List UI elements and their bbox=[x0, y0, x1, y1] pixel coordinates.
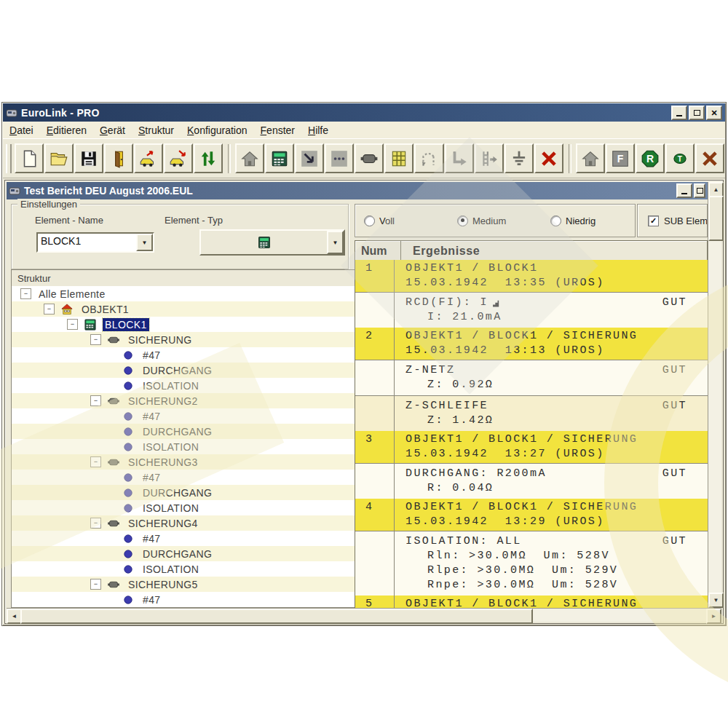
dots-icon bbox=[330, 149, 349, 168]
document-titlebar[interactable]: Test Bericht DEU August 2006.EUL bbox=[7, 182, 708, 199]
home2-button[interactable] bbox=[576, 143, 605, 173]
element-typ-combobox[interactable]: ▼ bbox=[199, 229, 345, 256]
tree-item-label[interactable]: #47 bbox=[141, 471, 163, 484]
menu-item-konfiguration[interactable]: Konfiguration bbox=[181, 123, 254, 138]
r-badge-button[interactable]: R bbox=[636, 143, 665, 173]
tree-item-label[interactable]: #47 bbox=[141, 532, 163, 545]
menu-item-hilfe[interactable]: Hilfe bbox=[301, 123, 335, 138]
menu-item-struktur[interactable]: Struktur bbox=[132, 123, 181, 138]
tree-item-label[interactable]: SICHERUNG2 bbox=[126, 395, 200, 408]
checkbox-sub-elemente[interactable]: ✓SUB Elemente bbox=[648, 215, 708, 226]
delete-x-button[interactable] bbox=[534, 143, 563, 173]
result-row-3[interactable]: 3OBJEKT1 / BLOCK1 / SICHERUNG15.03.1942 … bbox=[355, 431, 708, 499]
download-arrow-button[interactable] bbox=[295, 143, 324, 173]
minimize-button[interactable] bbox=[671, 106, 687, 120]
dropdown-button[interactable]: ▼ bbox=[136, 234, 153, 251]
sync-button[interactable] bbox=[194, 143, 223, 173]
menu-item-gerät[interactable]: Gerät bbox=[93, 123, 132, 138]
tree-dot-icon bbox=[121, 425, 135, 438]
tree-item-label[interactable]: ISOLATION bbox=[141, 502, 201, 515]
radio-niedrig[interactable]: Niedrig bbox=[550, 215, 635, 226]
car-send-button[interactable] bbox=[134, 143, 163, 173]
restore-button[interactable] bbox=[689, 106, 705, 120]
element-typ-icon-slot bbox=[201, 235, 327, 250]
tree-item-label[interactable]: SICHERUNG3 bbox=[126, 456, 200, 469]
clear-x-icon bbox=[700, 149, 719, 168]
earth-button[interactable] bbox=[505, 143, 534, 173]
scroll-up-button[interactable]: ▲ bbox=[708, 182, 724, 197]
document-minimize-button[interactable] bbox=[676, 183, 692, 198]
home-button[interactable] bbox=[235, 143, 264, 173]
document-restore-button[interactable] bbox=[694, 183, 705, 198]
open-folder-button[interactable] bbox=[44, 143, 74, 173]
results-scrollbar[interactable]: ▲ ▼ bbox=[708, 182, 721, 608]
horizontal-scrollbar[interactable]: ◄ ► bbox=[7, 608, 721, 622]
scroll-right-button[interactable]: ► bbox=[706, 609, 721, 624]
car-receive-button[interactable] bbox=[164, 143, 193, 173]
toolbar-grip[interactable] bbox=[6, 144, 12, 173]
tree-item-label[interactable]: ISOLATION bbox=[141, 563, 201, 576]
toolbar-separator bbox=[569, 144, 571, 173]
tree-item-label[interactable]: ISOLATION bbox=[141, 379, 201, 392]
radio-medium[interactable]: Medium bbox=[457, 215, 542, 226]
distribution-board-button[interactable] bbox=[384, 143, 414, 173]
ladder-button[interactable] bbox=[475, 143, 504, 173]
fuse-button[interactable] bbox=[355, 143, 384, 173]
close-button[interactable]: ✕ bbox=[706, 106, 722, 120]
dots-button[interactable] bbox=[325, 143, 354, 173]
exit-door-button[interactable] bbox=[104, 143, 133, 173]
menu-item-datei[interactable]: Datei bbox=[3, 123, 40, 138]
dropdown-button[interactable]: ▼ bbox=[327, 231, 344, 254]
tree-expander-icon[interactable]: − bbox=[90, 395, 101, 406]
tree-item-label[interactable]: #47 bbox=[141, 349, 163, 362]
scroll-down-button[interactable]: ▼ bbox=[708, 593, 724, 608]
tree-item-label[interactable]: SICHERUNG4 bbox=[126, 517, 200, 530]
scrollbar-thumb[interactable] bbox=[708, 196, 724, 241]
tree-item-label[interactable]: #47 bbox=[141, 593, 163, 606]
result-row-5[interactable]: 5OBJEKT1 / BLOCK1 / SICHERUNG bbox=[355, 596, 708, 608]
tree-expander-icon[interactable]: − bbox=[44, 304, 55, 314]
elbow-button[interactable] bbox=[445, 143, 474, 173]
tree-expander-icon[interactable]: − bbox=[20, 288, 31, 299]
new-file-button[interactable] bbox=[15, 143, 44, 173]
scroll-left-button[interactable]: ◄ bbox=[7, 609, 22, 624]
save-button[interactable] bbox=[74, 143, 103, 173]
tree-item-label[interactable]: SICHERUNG5 bbox=[126, 578, 200, 591]
tree-item-label[interactable]: Alle Elemente bbox=[36, 288, 108, 301]
tree-item-label[interactable]: DURCHGANG bbox=[141, 486, 214, 499]
tree-item-label[interactable]: OBJEKT1 bbox=[79, 303, 131, 316]
tree-expander-icon[interactable]: − bbox=[67, 319, 78, 330]
results-list[interactable]: 1OBJEKT1 / BLOCK115.03.1942 13:35 (UROS)… bbox=[355, 260, 708, 608]
t-badge-button[interactable]: T bbox=[665, 143, 695, 173]
meter-button[interactable] bbox=[265, 143, 294, 173]
result-row-1[interactable]: 1OBJEKT1 / BLOCK115.03.1942 13:35 (UROS)… bbox=[355, 260, 708, 328]
test-name: RCD(FI): IGUT bbox=[405, 296, 708, 310]
tree-item-label[interactable]: BLOCK1 bbox=[103, 318, 149, 331]
test-status: GUT bbox=[662, 296, 687, 310]
tree-expander-icon[interactable]: − bbox=[90, 456, 101, 467]
scrollbar-thumb[interactable] bbox=[20, 609, 533, 624]
document-client-area: Einstellungen Element - Name Element - T… bbox=[7, 201, 708, 608]
tree-item-label[interactable]: DURCHGANG bbox=[141, 425, 214, 438]
toolbar-separator bbox=[228, 144, 231, 173]
element-name-combobox[interactable]: BLOCK1 ▼ bbox=[36, 232, 154, 253]
result-row-2[interactable]: 2OBJEKT1 / BLOCK1 / SICHERUNG15.03.1942 … bbox=[355, 328, 708, 431]
radio-voll[interactable]: Voll bbox=[364, 215, 448, 226]
result-row-4[interactable]: 4OBJEKT1 / BLOCK1 / SICHERUNG15.03.1942 … bbox=[355, 499, 708, 596]
results-panel: VollMediumNiedrig ✓SUB Elemente Num Erge… bbox=[355, 201, 708, 608]
tree-item-label[interactable]: ISOLATION bbox=[141, 440, 201, 454]
menu-item-fenster[interactable]: Fenster bbox=[254, 123, 301, 138]
tree-expander-icon[interactable]: − bbox=[90, 334, 101, 345]
f-key-button[interactable]: F bbox=[606, 143, 635, 173]
main-titlebar[interactable]: EuroLink - PRO ✕ bbox=[3, 103, 725, 122]
clear-x-button[interactable] bbox=[695, 143, 724, 173]
radio-label: Niedrig bbox=[566, 215, 596, 226]
arc-button[interactable] bbox=[414, 143, 443, 173]
tree-item-label[interactable]: #47 bbox=[141, 410, 163, 423]
tree-expander-icon[interactable]: − bbox=[90, 579, 101, 590]
menu-item-editieren[interactable]: Editieren bbox=[40, 123, 93, 138]
tree-expander-icon[interactable]: − bbox=[90, 518, 101, 529]
tree-item-label[interactable]: DURCHGANG bbox=[141, 547, 214, 561]
tree-item-label[interactable]: SICHERUNG bbox=[126, 333, 194, 347]
tree-item-label[interactable]: DURCHGANG bbox=[141, 364, 214, 377]
